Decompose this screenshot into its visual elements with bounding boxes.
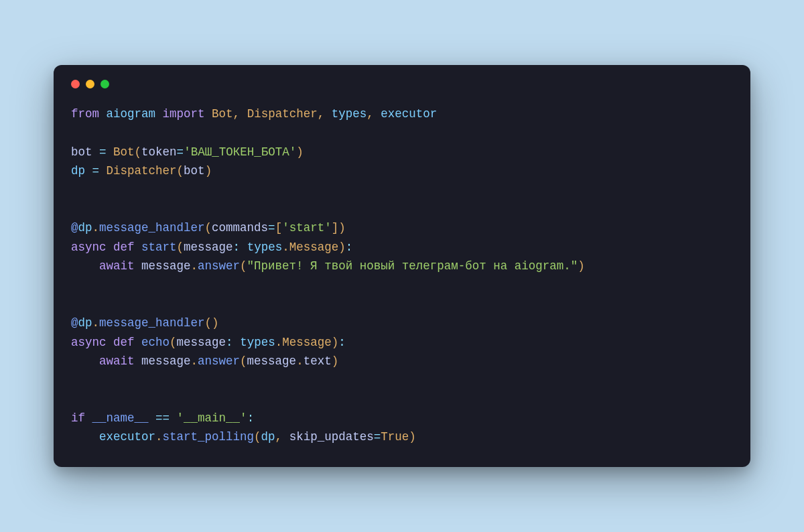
close-icon[interactable] — [71, 80, 80, 88]
code-block: from aiogram import Bot, Dispatcher, typ… — [71, 105, 733, 446]
window-titlebar — [71, 80, 733, 88]
code-window: from aiogram import Bot, Dispatcher, typ… — [54, 65, 750, 466]
minimize-icon[interactable] — [86, 80, 94, 88]
zoom-icon[interactable] — [100, 80, 109, 88]
